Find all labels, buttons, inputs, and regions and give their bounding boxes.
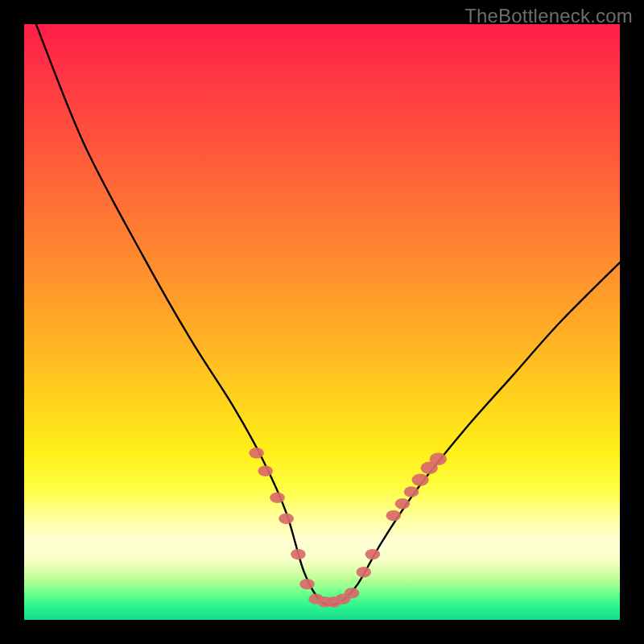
- curve-marker: [395, 498, 411, 509]
- curve-marker: [249, 448, 264, 458]
- curve-marker: [386, 510, 402, 521]
- curve-marker: [299, 579, 315, 589]
- curve-svg: [24, 24, 620, 620]
- curve-marker: [430, 453, 447, 465]
- curve-marker: [357, 567, 372, 577]
- chart-frame: TheBottleneck.com: [0, 0, 644, 644]
- plot-area: [24, 24, 620, 620]
- curve-marker: [404, 486, 419, 497]
- curve-marker: [345, 588, 360, 598]
- curve-marker: [279, 514, 294, 524]
- bottleneck-curve: [36, 24, 620, 605]
- curve-marker: [270, 493, 285, 503]
- curve-marker: [365, 549, 381, 559]
- watermark-label: TheBottleneck.com: [464, 5, 633, 27]
- curve-marker: [291, 549, 306, 559]
- curve-markers: [249, 448, 447, 607]
- curve-marker: [411, 473, 428, 485]
- curve-marker: [258, 465, 273, 476]
